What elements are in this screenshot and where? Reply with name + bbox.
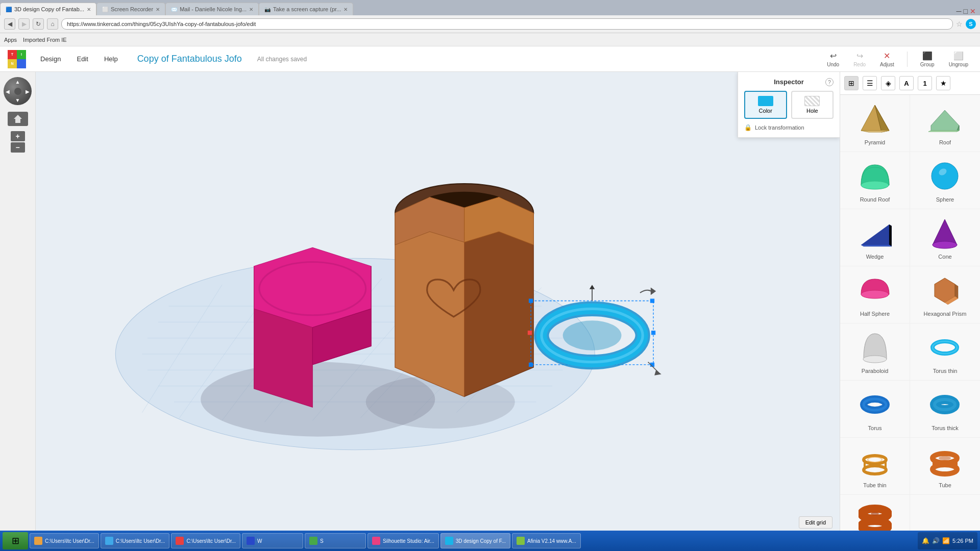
shape-hexagonal-prism[interactable]: Hexagonal Prism: [910, 266, 980, 323]
nav-help[interactable]: Help: [100, 53, 122, 65]
tab-1-close[interactable]: ✕: [87, 7, 91, 12]
skype-icon[interactable]: S: [966, 19, 976, 29]
shape-tube-thin[interactable]: Tube thin: [840, 438, 910, 495]
tab-2[interactable]: ⬜ Screen Recorder ✕: [96, 3, 165, 15]
ungroup-btn[interactable]: ⬜ Ungroup: [945, 49, 972, 69]
shape-sphere-label: Sphere: [936, 196, 954, 203]
svg-point-45: [563, 320, 622, 350]
star-btn[interactable]: ☆: [956, 20, 963, 28]
text-btn[interactable]: A: [899, 76, 914, 90]
shape-hexagonal-prism-label: Hexagonal Prism: [924, 311, 967, 317]
refresh-btn[interactable]: ↻: [33, 18, 44, 30]
taskbar-item-5[interactable]: S: [305, 533, 366, 548]
svg-marker-50: [861, 131, 889, 132]
apps-bookmark[interactable]: Apps: [4, 37, 17, 43]
help-btn[interactable]: ?: [825, 78, 834, 86]
address-bar: ◀ ▶ ↻ ⌂ ☆ S: [0, 15, 980, 33]
shape-wedge[interactable]: Wedge: [840, 209, 910, 266]
svg-rect-33: [529, 298, 533, 303]
shape-paraboloid[interactable]: Paraboloid: [840, 323, 910, 381]
color-btn[interactable]: Color: [744, 91, 787, 119]
tab-2-close[interactable]: ✕: [156, 7, 160, 12]
shape-pyramid-label: Pyramid: [865, 139, 885, 145]
close-btn[interactable]: ✕: [970, 7, 976, 15]
group-btn[interactable]: ⬛ Group: [916, 49, 939, 69]
edit-grid-btn[interactable]: Edit grid: [799, 516, 832, 529]
tab-3[interactable]: ✉️ Mail - Danielle Nicole Ing... ✕: [165, 3, 259, 15]
svg-point-62: [861, 290, 889, 298]
minimize-btn[interactable]: ─: [957, 7, 962, 15]
shape-pyramid[interactable]: Pyramid: [840, 95, 910, 152]
tab-4-title: Take a screen capture (pr...: [273, 6, 341, 12]
shape-torus-thin-label: Torus thin: [933, 368, 958, 374]
taskbar-item-7[interactable]: 3D design Copy of F...: [440, 533, 510, 548]
shape-tube[interactable]: Tube: [910, 438, 980, 495]
svg-rect-34: [650, 298, 654, 303]
tab-1[interactable]: 🟦 3D design Copy of Fantab... ✕: [0, 3, 96, 15]
shapes-toolbar: ⊞ ☰ ◈ A 1 ★: [840, 72, 980, 95]
home-view-btn[interactable]: [8, 112, 28, 126]
list-view-btn[interactable]: ☰: [863, 76, 877, 90]
shape-half-sphere[interactable]: Half Sphere: [840, 266, 910, 323]
nav-sphere[interactable]: ▲ ▼ ◀ ▶: [4, 77, 32, 105]
tab-3-title: Mail - Danielle Nicole Ing...: [180, 6, 247, 12]
shape-tube-thin-label: Tube thin: [863, 482, 886, 488]
adjust-btn[interactable]: ✕ Adjust: [876, 49, 898, 69]
shape-round-roof[interactable]: Round Roof: [840, 152, 910, 209]
app-header: T I N Design Edit Help Copy of Fantabulo…: [0, 46, 980, 72]
tab-4-close[interactable]: ✕: [344, 7, 348, 12]
shapes-panel: ⊞ ☰ ◈ A 1 ★ Pyram: [840, 72, 980, 551]
svg-rect-38: [651, 331, 655, 335]
imported-from-bookmark[interactable]: Imported From IE: [23, 37, 67, 43]
grid-view-btn[interactable]: ⊞: [844, 76, 859, 90]
shape-cone[interactable]: Cone: [910, 209, 980, 266]
taskbar-item-3[interactable]: C:\Users\ltc User\Dr...: [171, 533, 240, 548]
svg-point-81: [933, 465, 957, 474]
star-shapes-btn[interactable]: ★: [936, 76, 950, 90]
tab-4[interactable]: 📷 Take a screen capture (pr... ✕: [259, 3, 353, 15]
shape-roof[interactable]: Roof: [910, 95, 980, 152]
svg-marker-0: [14, 115, 22, 123]
shape-torus[interactable]: Torus: [840, 381, 910, 438]
svg-point-66: [863, 356, 887, 363]
taskbar-clock: 5:26 PM: [952, 538, 973, 544]
maximize-btn[interactable]: □: [964, 7, 968, 15]
shape-roof-label: Roof: [939, 139, 951, 145]
taskbar-tray: 🔔 🔊 📶 5:26 PM: [918, 532, 977, 549]
lock-row[interactable]: 🔒 Lock transformation: [744, 124, 834, 131]
zoom-out-btn[interactable]: −: [11, 142, 25, 153]
shape-torus-thick-label: Torus thick: [932, 425, 959, 431]
undo-btn[interactable]: ↩ Undo: [823, 49, 843, 69]
inspector-panel: Inspector Color Hole 🔒 Lock transformati…: [738, 72, 840, 138]
canvas-area[interactable]: Inspector Color Hole 🔒 Lock transformati…: [36, 72, 840, 551]
url-input[interactable]: [61, 18, 953, 30]
shape-sphere[interactable]: Sphere: [910, 152, 980, 209]
taskbar: ⊞ C:\Users\ltc User\Dr... C:\Users\ltc U…: [0, 531, 980, 551]
taskbar-item-6[interactable]: Silhouette Studio: Air...: [368, 533, 439, 548]
taskbar-item-1[interactable]: C:\Users\ltc User\Dr...: [30, 533, 99, 548]
tinkercad-logo[interactable]: T I N: [8, 50, 26, 68]
shape-torus-thick[interactable]: Torus thick: [910, 381, 980, 438]
svg-marker-59: [861, 245, 892, 246]
nav-design[interactable]: Design: [36, 53, 65, 65]
tab-3-close[interactable]: ✕: [249, 7, 253, 12]
zoom-in-btn[interactable]: +: [11, 131, 25, 141]
shape-torus-thin[interactable]: Torus thin: [910, 323, 980, 381]
taskbar-item-8[interactable]: Afinia V2.14 www.A...: [512, 533, 581, 548]
home-btn[interactable]: ⌂: [47, 18, 58, 30]
forward-btn[interactable]: ▶: [18, 18, 30, 30]
shape-round-roof-label: Round Roof: [860, 196, 890, 203]
taskbar-item-4[interactable]: W: [242, 533, 303, 548]
bookmarks-bar: Apps Imported From IE: [0, 33, 980, 46]
svg-point-61: [933, 241, 957, 248]
number-btn[interactable]: 1: [918, 76, 932, 90]
iso-view-btn[interactable]: ◈: [881, 76, 895, 90]
start-button[interactable]: ⊞: [3, 532, 28, 549]
back-btn[interactable]: ◀: [4, 18, 15, 30]
saved-status: All changes saved: [257, 56, 307, 63]
nav-edit[interactable]: Edit: [72, 53, 92, 65]
svg-marker-58: [889, 224, 892, 246]
taskbar-item-2[interactable]: C:\Users\ltc User\Dr...: [101, 533, 170, 548]
redo-btn[interactable]: ↪ Redo: [849, 49, 870, 69]
hole-btn[interactable]: Hole: [791, 91, 834, 119]
